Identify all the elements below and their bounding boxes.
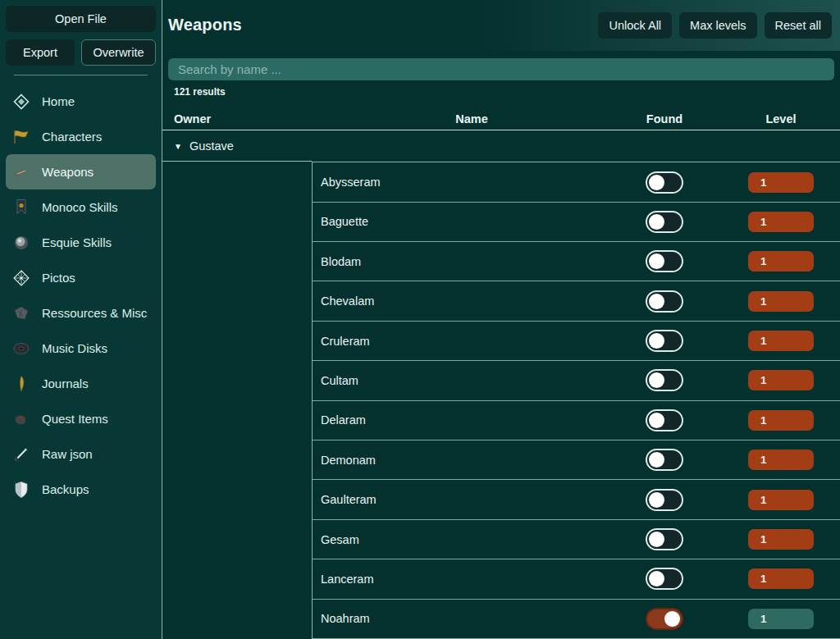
found-toggle[interactable] [646, 489, 683, 511]
sidebar-item-pictos[interactable]: Pictos [6, 260, 156, 295]
sidebar-item-backups[interactable]: Backups [6, 472, 156, 507]
reset-all-button[interactable]: Reset all [765, 12, 832, 39]
table-row: Noahram 1 [313, 600, 840, 639]
sidebar-item-characters[interactable]: Characters [6, 119, 156, 154]
weapon-name: Lanceram [321, 573, 607, 586]
sidebar-item-weapons[interactable]: Weapons [6, 154, 156, 189]
toggle-knob-icon [649, 294, 664, 309]
weapon-name: Demonam [321, 454, 607, 467]
weapon-name: Gesam [321, 533, 607, 546]
level-input[interactable]: 1 [748, 529, 814, 550]
toggle-knob-icon [649, 253, 664, 269]
sidebar-item-monoco-skills[interactable]: Monoco Skills [6, 189, 156, 225]
toggle-knob-icon [649, 175, 664, 190]
level-input[interactable]: 1 [748, 212, 814, 232]
sidebar-item-quest-items[interactable]: Quest Items [6, 401, 156, 436]
toggle-knob-icon [649, 214, 664, 230]
found-toggle[interactable] [646, 171, 683, 194]
weapon-rows: Abysseram 1 Baguette 1 Blodam 1 Chevalam… [312, 162, 840, 639]
sidebar-item-journals[interactable]: Journals [6, 366, 156, 401]
weapon-name: Baguette [321, 215, 607, 228]
quill-icon [11, 375, 31, 393]
level-input[interactable]: 1 [748, 490, 814, 510]
open-file-button[interactable]: Open File [6, 6, 156, 32]
level-input[interactable]: 1 [748, 291, 814, 312]
found-toggle[interactable] [646, 211, 683, 233]
level-input[interactable]: 1 [748, 251, 814, 272]
table-header: Owner Name Found Level [162, 107, 840, 130]
sidebar-item-label: Monoco Skills [42, 200, 118, 214]
shield-icon [11, 481, 31, 499]
table-row: Demonam 1 [313, 440, 840, 480]
export-button[interactable]: Export [6, 39, 75, 66]
found-toggle[interactable] [646, 369, 683, 391]
sidebar-item-raw-json[interactable]: Raw json [6, 436, 156, 472]
level-input[interactable]: 1 [748, 172, 814, 193]
table-row: Delaram 1 [313, 401, 840, 440]
sidebar-item-music-disks[interactable]: Music Disks [6, 331, 156, 366]
toggle-knob-icon [649, 372, 664, 388]
sidebar-nav: Home Characters Weapons Monoco Skills Es [6, 84, 156, 507]
table-row: Lanceram 1 [313, 559, 840, 599]
flag-icon [11, 128, 31, 146]
level-input[interactable]: 1 [748, 609, 814, 629]
toggle-knob-icon [649, 571, 664, 587]
level-input[interactable]: 1 [748, 331, 814, 351]
found-toggle[interactable] [646, 528, 683, 550]
table-row: Cruleram 1 [313, 322, 840, 361]
found-toggle[interactable] [646, 568, 683, 590]
compass-icon [11, 93, 31, 111]
level-input[interactable]: 1 [748, 568, 814, 589]
sidebar-item-label: Weapons [42, 165, 94, 179]
sidebar-item-esquie-skills[interactable]: Esquie Skills [6, 225, 156, 260]
weapon-name: Abysseram [321, 176, 607, 189]
sidebar-divider [14, 75, 148, 75]
level-input[interactable]: 1 [748, 370, 814, 390]
sword-icon [11, 163, 31, 181]
disk-icon [11, 340, 31, 358]
column-header-owner: Owner [162, 112, 312, 126]
sidebar-item-label: Journals [42, 377, 89, 390]
sidebar-item-label: Quest Items [42, 412, 108, 426]
overwrite-button[interactable]: Overwrite [81, 39, 156, 66]
column-header-level: Level [722, 112, 840, 126]
weapon-name: Cruleram [321, 335, 607, 348]
sidebar-item-ressources-misc[interactable]: Ressources & Misc [6, 295, 156, 331]
sidebar-item-label: Music Disks [42, 341, 107, 355]
found-toggle[interactable] [646, 250, 683, 272]
found-toggle[interactable] [646, 449, 683, 471]
topbar: Weapons Unlock All Max levels Reset all [162, 0, 840, 51]
sidebar-item-label: Characters [42, 130, 102, 144]
column-header-found: Found [607, 112, 722, 126]
owner-group-row[interactable]: ▼ Gustave [162, 130, 840, 162]
header-actions: Unlock All Max levels Reset all [598, 12, 832, 39]
max-levels-button[interactable]: Max levels [679, 12, 757, 39]
found-toggle[interactable] [646, 608, 683, 630]
pen-icon [11, 445, 31, 463]
search-input[interactable] [168, 58, 834, 80]
sidebar-item-label: Esquie Skills [42, 235, 112, 249]
level-input[interactable]: 1 [748, 410, 814, 431]
cloth-icon [11, 304, 31, 322]
stone-icon [11, 234, 31, 252]
net-icon [11, 269, 31, 287]
collapse-triangle-icon: ▼ [174, 142, 182, 151]
found-toggle[interactable] [646, 290, 683, 313]
found-toggle[interactable] [646, 409, 683, 431]
sidebar-item-label: Backups [42, 482, 89, 496]
weapon-name: Chevalam [321, 294, 607, 308]
level-input[interactable]: 1 [748, 450, 814, 470]
toggle-knob-icon [649, 452, 664, 468]
table-row: Chevalam 1 [313, 281, 840, 321]
weapon-name: Cultam [321, 374, 607, 387]
pouch-icon [11, 410, 31, 428]
sidebar-item-home[interactable]: Home [6, 84, 156, 119]
found-toggle[interactable] [646, 330, 683, 352]
weapon-name: Blodam [321, 255, 607, 268]
unlock-all-button[interactable]: Unlock All [598, 12, 672, 39]
owner-group-label: Gustave [189, 139, 234, 153]
page-title: Weapons [168, 16, 242, 34]
toggle-knob-icon [649, 492, 664, 508]
toggle-knob-icon [664, 611, 680, 627]
weapon-name: Delaram [321, 413, 607, 427]
